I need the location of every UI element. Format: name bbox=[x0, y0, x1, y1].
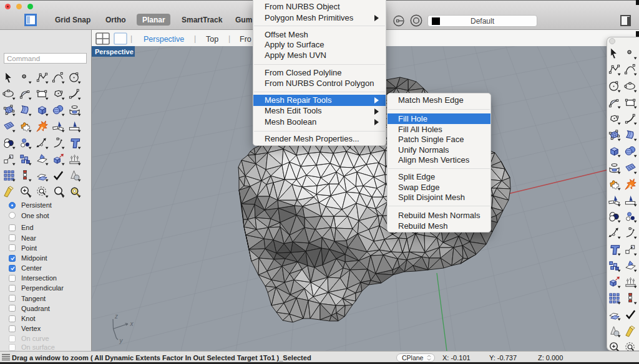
svg-text:z: z bbox=[114, 313, 118, 320]
svg-text:x: x bbox=[130, 320, 134, 327]
svg-text:y: y bbox=[119, 337, 124, 344]
